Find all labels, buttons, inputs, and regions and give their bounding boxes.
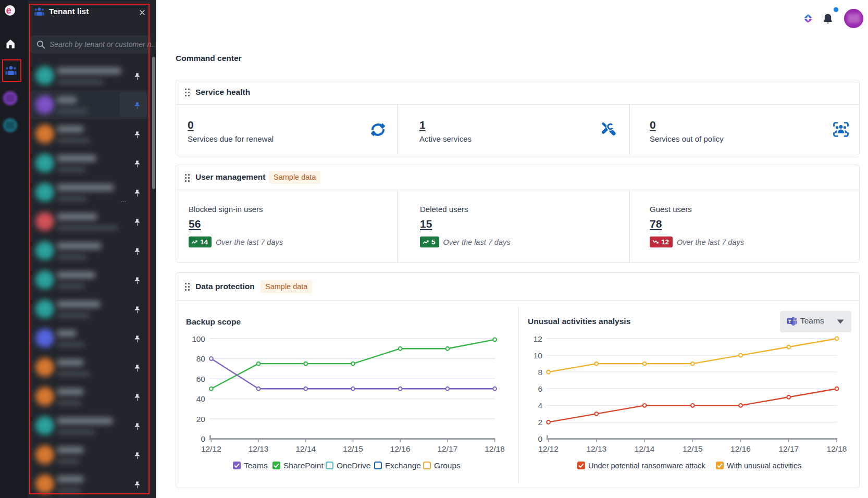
svg-text:40: 40 <box>196 394 206 403</box>
svg-text:12/17: 12/17 <box>438 444 458 453</box>
svg-text:100: 100 <box>192 334 205 343</box>
svg-text:2: 2 <box>538 418 542 427</box>
svg-text:12/18: 12/18 <box>827 444 847 453</box>
svg-text:60: 60 <box>196 375 206 383</box>
svg-text:12/12: 12/12 <box>201 444 221 453</box>
svg-text:80: 80 <box>196 354 206 363</box>
svg-text:4: 4 <box>538 401 542 410</box>
svg-text:12/17: 12/17 <box>778 444 799 453</box>
svg-text:OneDrive: OneDrive <box>337 461 370 470</box>
svg-text:12/18: 12/18 <box>485 444 505 453</box>
svg-text:12/14: 12/14 <box>295 444 316 453</box>
svg-text:8: 8 <box>538 368 542 377</box>
svg-text:SharePoint: SharePoint <box>283 461 324 470</box>
svg-text:12/16: 12/16 <box>390 444 411 453</box>
svg-text:10: 10 <box>534 351 543 360</box>
svg-text:Groups: Groups <box>434 461 461 470</box>
svg-text:12/15: 12/15 <box>343 444 363 453</box>
svg-text:12/12: 12/12 <box>538 444 559 453</box>
svg-text:12/14: 12/14 <box>635 444 655 453</box>
svg-text:12/16: 12/16 <box>730 444 751 453</box>
svg-text:0: 0 <box>201 434 205 443</box>
svg-text:0: 0 <box>538 434 542 443</box>
svg-text:12/13: 12/13 <box>586 444 606 453</box>
svg-text:12: 12 <box>534 334 542 343</box>
svg-text:With unusual activities: With unusual activities <box>727 462 801 470</box>
svg-text:20: 20 <box>196 415 206 424</box>
svg-text:Exchange: Exchange <box>385 461 421 470</box>
svg-text:12/13: 12/13 <box>249 444 269 453</box>
svg-text:Teams: Teams <box>244 461 268 470</box>
svg-text:6: 6 <box>538 384 542 393</box>
svg-text:Under potential ransomware att: Under potential ransomware attack <box>588 462 706 470</box>
svg-text:12/15: 12/15 <box>683 444 703 453</box>
